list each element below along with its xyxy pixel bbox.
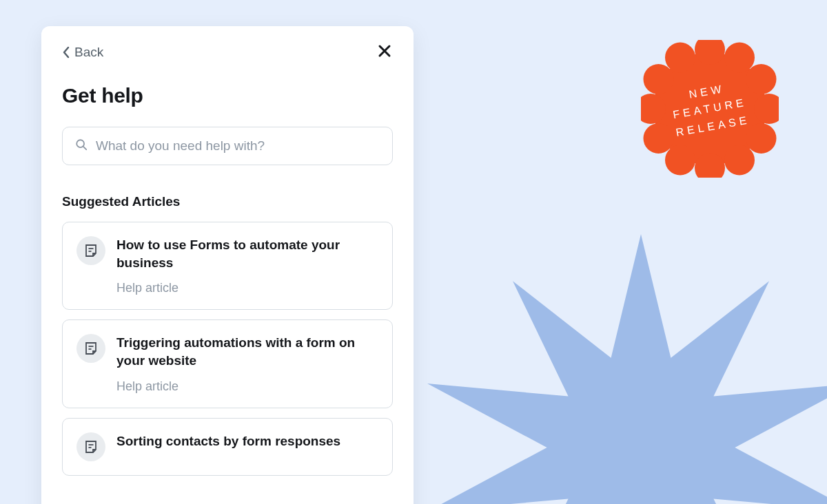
svg-line-2 [83,147,86,149]
close-button[interactable] [376,44,393,61]
suggested-article[interactable]: Triggering automations with a form on yo… [62,319,393,408]
close-icon [378,44,391,61]
article-subtitle: Help article [116,379,378,394]
page-title: Get help [62,84,393,107]
help-panel: Back Get help Suggested Articles [41,26,414,504]
panel-header: Back [62,44,393,61]
article-subtitle: Help article [116,281,378,295]
article-body: Sorting contacts by form responses [116,432,340,461]
suggested-article[interactable]: Sorting contacts by form responses [62,418,393,476]
article-title: Triggering automations with a form on yo… [116,334,378,369]
article-title: How to use Forms to automate your busine… [116,236,378,271]
article-body: Triggering automations with a form on yo… [116,334,378,393]
badge-text: NEW FEATURE RELEASE [630,29,790,189]
article-body: How to use Forms to automate your busine… [116,236,378,295]
back-button[interactable]: Back [62,45,103,60]
feature-badge: NEW FEATURE RELEASE [641,40,779,178]
note-icon [76,334,105,363]
svg-marker-0 [427,234,827,504]
suggested-heading: Suggested Articles [62,194,393,209]
chevron-left-icon [62,46,70,59]
search-box[interactable] [62,127,393,165]
decorative-starburst [427,234,827,504]
search-input[interactable] [96,138,380,154]
suggested-article[interactable]: How to use Forms to automate your busine… [62,222,393,310]
article-title: Sorting contacts by form responses [116,432,340,450]
back-label: Back [74,45,103,60]
note-icon [76,236,105,265]
note-icon [76,432,105,461]
search-icon [75,138,88,154]
